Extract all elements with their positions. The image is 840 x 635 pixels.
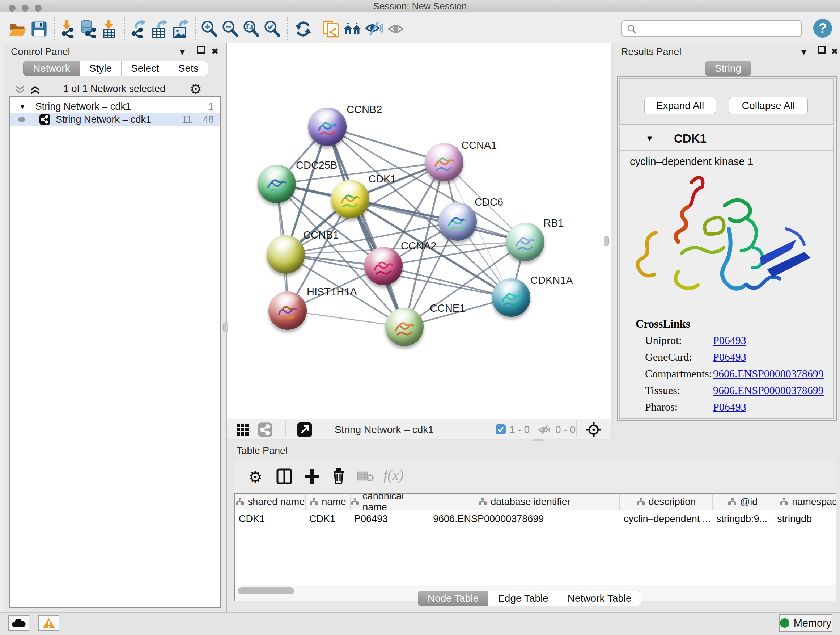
node-protein-thumbnail [444, 209, 471, 236]
tab-edge-table[interactable]: Edge Table [488, 591, 558, 606]
network-canvas[interactable]: CCNB2CCNA1CDC25BCDK1CDC6RB1CCNB1CCNA2CDK… [227, 43, 611, 418]
expand-all-icon[interactable] [30, 85, 41, 95]
splitter-grip-right[interactable] [604, 236, 609, 246]
column-header-namespace[interactable]: namespace [774, 494, 836, 510]
attribute-type-icon [780, 498, 788, 506]
network-edges [227, 43, 611, 418]
network-collection-row[interactable]: ▼ String Network – cdk1 1 [10, 100, 220, 113]
collapse-all-icon[interactable] [14, 85, 25, 95]
hide-selected-icon[interactable] [365, 19, 384, 38]
collapse-all-button[interactable]: Collapse All [729, 97, 808, 114]
cloud-status-button[interactable] [8, 616, 29, 631]
network-node-hist1h1a[interactable] [268, 291, 307, 330]
selected-checkbox-icon[interactable] [496, 424, 506, 434]
splitter-grip-left[interactable] [223, 322, 228, 333]
tree-expander-icon[interactable]: ▼ [19, 103, 26, 111]
network-node-cdk1[interactable] [331, 180, 369, 218]
current-network-name: String Network – cdk1 [335, 424, 434, 435]
column-header-databaseidentifier[interactable]: database identifier [429, 494, 620, 510]
section-collapse-icon[interactable]: ▼ [646, 134, 654, 143]
network-node-ccna2[interactable] [364, 247, 403, 285]
node-protein-thumbnail [431, 149, 458, 177]
attribute-type-icon [478, 498, 487, 506]
table-row[interactable]: CDK1CDK1P064939606.ENSP00000378699cyclin… [235, 510, 836, 526]
panel-menu-icon[interactable]: ▼ [178, 47, 187, 57]
search-input[interactable] [622, 20, 802, 37]
network-row-selected[interactable]: String Network – cdk1 11 48 [10, 113, 220, 126]
warnings-button[interactable] [38, 616, 59, 631]
close-panel-icon[interactable]: ✖ [831, 46, 838, 57]
refresh-icon[interactable] [294, 19, 313, 38]
add-column-icon[interactable] [303, 468, 321, 485]
show-all-views-icon[interactable] [343, 19, 362, 38]
network-node-cdkn1a[interactable] [492, 279, 531, 317]
table-cell[interactable]: CDK1 [235, 510, 306, 526]
node-label: CDC25B [296, 159, 337, 171]
table-settings-gear-icon[interactable]: ⚙ [248, 468, 262, 486]
network-node-ccnb2[interactable] [308, 108, 347, 146]
import-table-file-icon[interactable] [100, 19, 118, 38]
network-node-ccna1[interactable] [425, 143, 463, 181]
table-cell[interactable]: cyclin–dependent ... [620, 510, 713, 526]
export-image-icon[interactable] [171, 19, 189, 38]
network-node-ccnb1[interactable] [267, 235, 305, 274]
export-network-icon[interactable] [129, 19, 148, 38]
crosslink-label: Tissues: [645, 384, 680, 396]
network-node-rb1[interactable] [506, 223, 545, 261]
column-header-name[interactable]: name [306, 494, 351, 510]
column-header-description[interactable]: description [620, 494, 713, 510]
network-node-cdc6[interactable] [439, 203, 477, 241]
column-header-canonicalname[interactable]: canonical name [351, 494, 429, 510]
duplicate-network-icon[interactable] [321, 19, 340, 38]
zoom-fit-icon[interactable] [242, 19, 261, 38]
import-network-database-icon[interactable] [79, 19, 98, 38]
show-columns-icon[interactable] [276, 468, 293, 485]
table-cell[interactable]: stringdb:9... [713, 510, 774, 526]
tab-select[interactable]: Select [122, 61, 169, 76]
grid-view-icon[interactable] [236, 423, 249, 437]
scrollbar-thumb[interactable] [238, 587, 294, 594]
save-session-icon[interactable] [30, 19, 49, 38]
help-icon[interactable]: ? [813, 19, 832, 38]
tab-string[interactable]: String [705, 61, 751, 76]
network-node-cdc25b[interactable] [257, 165, 296, 203]
tab-network[interactable]: Network [23, 61, 80, 76]
export-table-icon[interactable] [150, 19, 169, 38]
birdseye-view-icon[interactable] [585, 421, 602, 438]
memory-button[interactable]: Memory [779, 614, 832, 632]
genecard-link[interactable]: P06493 [713, 351, 746, 363]
panel-menu-icon[interactable]: ▼ [799, 47, 808, 57]
tab-node-table[interactable]: Node Table [418, 591, 488, 606]
expand-all-button[interactable]: Expand All [644, 97, 716, 114]
pharos-link[interactable]: P06493 [713, 401, 746, 413]
node-table[interactable]: shared namenamecanonical namedatabase id… [234, 493, 836, 585]
float-panel-icon[interactable] [818, 46, 826, 54]
window-left-edge [0, 43, 4, 612]
zoom-in-icon[interactable] [200, 19, 218, 38]
table-cell[interactable]: 9606.ENSP00000378699 [429, 510, 620, 526]
tab-network-table[interactable]: Network Table [558, 591, 641, 606]
zoom-selected-icon[interactable] [263, 19, 281, 38]
column-header-sharedname[interactable]: shared name [235, 494, 306, 510]
show-hidden-icon[interactable] [386, 19, 405, 38]
node-protein-thumbnail [274, 298, 302, 325]
zoom-out-icon[interactable] [221, 19, 240, 38]
tab-style[interactable]: Style [80, 61, 122, 76]
network-view-icon[interactable] [257, 422, 273, 437]
network-options-gear-icon[interactable]: ⚙ [189, 81, 202, 97]
uniprot-link[interactable]: P06493 [713, 334, 746, 347]
compartments-link[interactable]: 9606.ENSP00000378699 [713, 367, 824, 380]
tab-sets[interactable]: Sets [169, 61, 208, 76]
tissues-link[interactable]: 9606.ENSP00000378699 [713, 384, 824, 396]
import-network-file-icon[interactable] [58, 19, 77, 38]
table-cell[interactable]: CDK1 [306, 510, 351, 526]
close-panel-icon[interactable]: ✖ [211, 46, 218, 57]
table-cell[interactable]: P06493 [351, 510, 429, 526]
open-session-icon[interactable] [8, 19, 27, 38]
table-cell[interactable]: stringdb [774, 510, 836, 526]
column-header-id[interactable]: @id [713, 494, 774, 510]
network-node-ccne1[interactable] [385, 308, 424, 346]
detach-view-icon[interactable] [297, 422, 313, 438]
float-panel-icon[interactable] [197, 46, 205, 54]
delete-column-icon[interactable] [330, 468, 347, 485]
